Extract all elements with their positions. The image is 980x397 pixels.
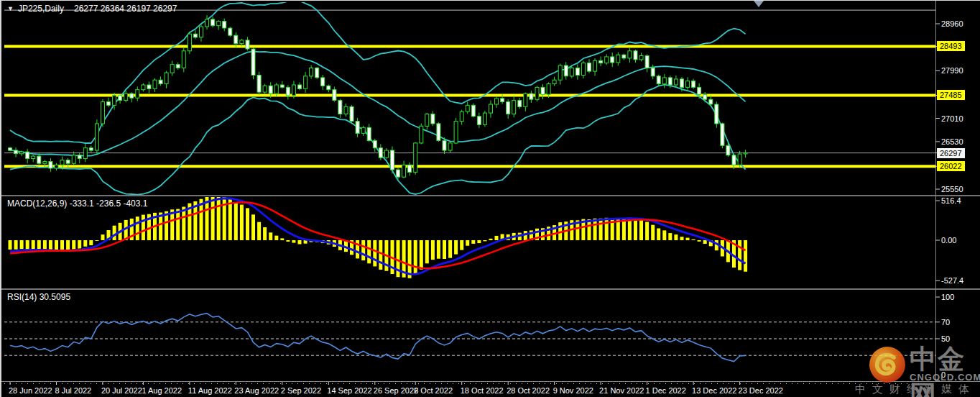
price-axis-label: 27990 — [941, 65, 963, 76]
date-label: 21 Nov 2022 — [599, 386, 644, 395]
date-label: 1 Aug 2022 — [142, 386, 182, 395]
macd-indicator-label: MACD(12,26,9) -333.1 -236.5 -403.1 — [7, 198, 147, 209]
price-level-badge: 26022 — [937, 161, 965, 171]
date-label: 6 Oct 2022 — [414, 386, 453, 395]
date-label: 8 Jul 2022 — [55, 386, 91, 395]
rsi-indicator-label: RSI(14) 30.5095 — [7, 292, 70, 302]
date-label: 1 Dec 2022 — [646, 386, 686, 395]
date-label: 18 Oct 2022 — [461, 386, 504, 395]
time-axis[interactable]: 28 Jun 20228 Jul 202220 Jul 20221 Aug 20… — [1, 386, 980, 397]
watermark-domain-text: CNGOLD.COM.CN — [910, 372, 980, 383]
cngold-logo-icon — [869, 346, 906, 383]
date-label: 28 Oct 2022 — [507, 386, 550, 395]
cngold-watermark: 中金网 CNGOLD.COM.CN 中文财经新媒体 — [852, 343, 980, 396]
rsi-axis-label: 100 — [941, 292, 954, 302]
chart-window: ▼JP225,Daily26277 26364 26197 26297 MACD… — [0, 0, 980, 397]
price-axis-label: 28960 — [941, 19, 963, 29]
price-axis-label: 26530 — [941, 137, 963, 147]
price-axis-label: 25550 — [941, 184, 963, 194]
chart-shift-arrow-icon — [754, 1, 764, 7]
date-label: 26 Sep 2022 — [374, 386, 418, 395]
price-axis-label: 27010 — [941, 114, 963, 124]
current-price-badge: 26297 — [937, 148, 965, 158]
chart-canvas[interactable] — [1, 1, 980, 397]
watermark-tagline-text: 中文财经新媒体 — [855, 383, 976, 396]
macd-axis-label: 0.00 — [941, 235, 956, 245]
date-label: 13 Dec 2022 — [692, 386, 736, 395]
macd-axis-label: -527.4 — [941, 275, 963, 286]
collapse-triangle-icon[interactable]: ▼ — [7, 5, 14, 12]
rsi-axis-label: 70 — [941, 317, 950, 327]
date-label: 23 Dec 2022 — [739, 386, 783, 395]
ohlc-readout: 26277 26364 26197 26297 — [74, 4, 177, 14]
date-label: 2 Sep 2022 — [281, 386, 321, 395]
date-label: 14 Sep 2022 — [327, 386, 371, 395]
date-label: 9 Nov 2022 — [553, 386, 593, 395]
symbol-period: JP225,Daily — [18, 4, 64, 14]
price-level-badge: 28493 — [937, 41, 965, 51]
macd-axis-label: 516.4 — [941, 196, 961, 206]
date-label: 28 Jun 2022 — [9, 386, 52, 395]
price-level-badge: 27485 — [937, 90, 965, 100]
chart-title: ▼JP225,Daily26277 26364 26197 26297 — [7, 4, 177, 14]
date-label: 20 Jul 2022 — [101, 386, 142, 395]
date-label: 23 Aug 2022 — [234, 386, 279, 395]
date-label: 11 Aug 2022 — [188, 386, 232, 395]
